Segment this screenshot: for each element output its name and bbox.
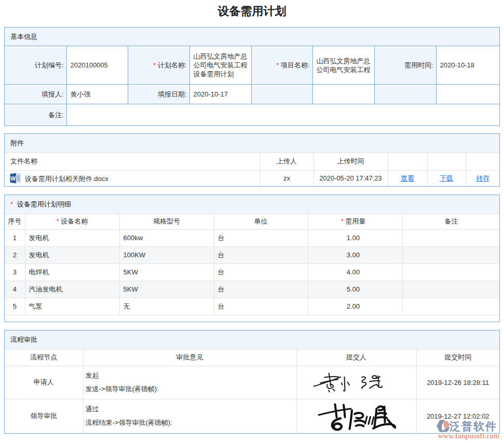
svg-text:W: W [10, 175, 16, 182]
